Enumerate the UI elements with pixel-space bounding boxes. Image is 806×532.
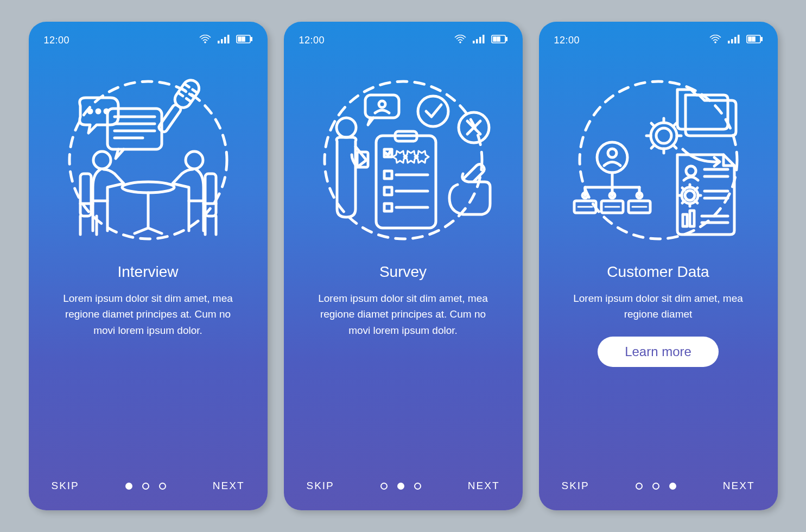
svg-line-19 [185,85,189,87]
svg-rect-42 [476,39,478,43]
svg-rect-63 [384,204,392,211]
svg-rect-48 [497,37,500,41]
bottom-nav: SKIP NEXT [29,480,268,492]
svg-line-24 [186,98,190,101]
survey-illustration-icon [299,52,507,263]
dot-2[interactable] [397,483,404,490]
svg-rect-47 [493,37,496,41]
dot-3[interactable] [669,483,676,490]
svg-rect-68 [734,37,737,43]
next-button[interactable]: NEXT [468,480,500,492]
status-bar: 12:00 [554,35,763,46]
status-time: 12:00 [554,35,580,46]
svg-rect-1 [218,41,220,43]
svg-line-29 [148,228,162,233]
skip-button[interactable]: SKIP [307,480,334,492]
svg-rect-61 [384,187,392,195]
svg-point-50 [337,118,356,137]
svg-point-0 [205,42,206,43]
dot-1[interactable] [125,483,132,490]
status-bar: 12:00 [299,35,507,46]
screen-title: Interview [44,263,252,281]
learn-more-button[interactable]: Learn more [598,337,719,367]
screen-title: Survey [299,263,507,281]
skip-button[interactable]: SKIP [562,480,589,492]
battery-icon [491,35,507,46]
svg-rect-2 [221,39,223,43]
screen-body: Lorem ipsum dolor sit dim amet, mea regi… [299,290,507,338]
svg-line-110 [695,188,697,190]
svg-rect-6 [251,37,252,41]
svg-point-10 [88,110,92,113]
svg-rect-4 [227,35,230,43]
onboarding-screen-customer-data: 12:00 [539,22,778,510]
wifi-icon [199,35,211,46]
svg-rect-59 [384,171,392,179]
svg-rect-72 [748,37,751,41]
svg-point-26 [122,182,174,193]
bottom-nav: SKIP NEXT [539,480,778,492]
page-dots [636,483,676,490]
svg-line-22 [192,90,196,92]
svg-rect-116 [683,214,687,226]
next-button[interactable]: NEXT [213,480,245,492]
signal-icon [473,35,485,46]
screen-title: Customer Data [554,263,763,281]
svg-line-111 [682,201,684,203]
wifi-icon [709,35,721,46]
svg-point-11 [97,110,100,113]
svg-line-112 [695,201,697,203]
svg-point-53 [379,101,385,107]
wifi-icon [454,35,466,46]
svg-line-81 [673,123,676,126]
svg-rect-46 [506,37,507,41]
interview-illustration-icon [44,52,252,263]
signal-icon [218,35,230,46]
svg-point-40 [460,42,461,43]
svg-point-86 [608,149,617,157]
svg-rect-7 [238,37,241,41]
screen-body: Lorem ipsum dolor sit dim amet, mea regi… [554,290,763,322]
status-icons [709,35,763,46]
status-time: 12:00 [299,35,325,46]
svg-point-75 [656,128,671,143]
svg-rect-66 [728,41,730,43]
svg-point-65 [715,42,716,43]
svg-line-28 [135,228,148,233]
svg-point-54 [418,96,448,126]
dot-3[interactable] [159,483,166,490]
status-time: 12:00 [44,35,70,46]
dot-2[interactable] [652,483,659,490]
svg-rect-117 [690,211,694,226]
svg-line-21 [179,93,183,96]
svg-point-30 [93,151,111,169]
svg-line-82 [651,145,655,148]
svg-rect-73 [752,37,755,41]
bottom-nav: SKIP NEXT [284,480,523,492]
battery-icon [236,35,252,46]
status-bar: 12:00 [44,35,252,46]
svg-rect-67 [731,39,733,43]
dot-1[interactable] [380,483,388,490]
svg-rect-41 [473,41,475,43]
next-button[interactable]: NEXT [723,480,755,492]
svg-rect-44 [483,35,485,43]
battery-icon [746,35,763,46]
page-dots [380,483,421,490]
svg-line-83 [673,145,676,148]
customer-data-illustration-icon [554,52,763,263]
svg-rect-69 [738,35,740,43]
dot-3[interactable] [414,483,421,490]
onboarding-screen-interview: 12:00 [29,22,268,510]
svg-line-84 [651,123,655,126]
dot-1[interactable] [636,483,643,490]
status-icons [454,35,507,46]
svg-point-101 [686,166,696,176]
svg-point-104 [685,191,695,200]
svg-rect-43 [479,37,481,43]
svg-rect-8 [242,37,245,41]
svg-rect-3 [224,37,226,43]
svg-rect-13 [107,109,162,149]
skip-button[interactable]: SKIP [52,480,79,492]
dot-2[interactable] [142,483,149,490]
